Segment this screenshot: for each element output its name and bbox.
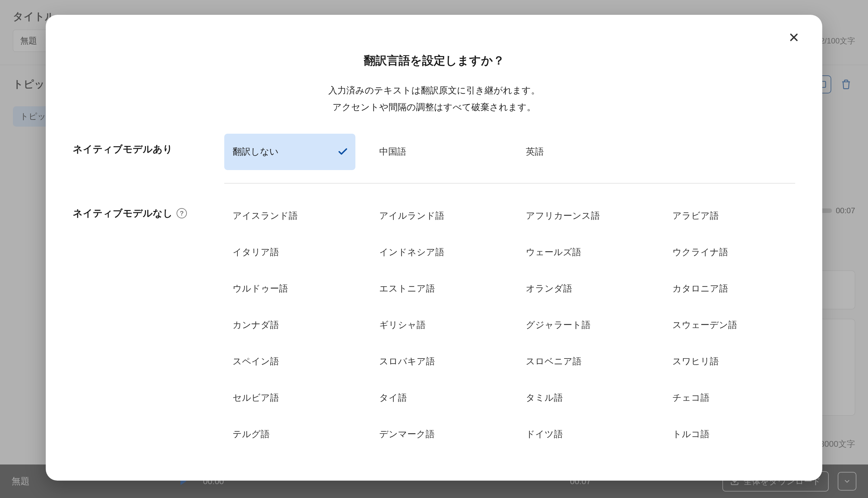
language-option[interactable]: トルコ語 [664, 416, 795, 453]
language-option[interactable]: グジャラート語 [517, 307, 648, 343]
language-option[interactable]: セルビア語 [224, 380, 355, 416]
language-option-label: エストニア語 [379, 283, 435, 295]
language-option[interactable]: ウクライナ語 [664, 234, 795, 271]
language-option[interactable]: ドイツ語 [517, 416, 648, 453]
language-option[interactable]: テルグ語 [224, 416, 355, 453]
language-option-label: トルコ語 [672, 428, 709, 440]
language-option[interactable]: スウェーデン語 [664, 307, 795, 343]
modal-description: 入力済みのテキストは翻訳原文に引き継がれます。 アクセントや間隔の調整はすべて破… [73, 82, 795, 116]
language-option[interactable]: 英語 [517, 134, 648, 170]
language-option-label: ウルドゥー語 [233, 283, 288, 295]
close-button[interactable] [785, 28, 803, 47]
language-option-label: ウェールズ語 [526, 246, 581, 258]
language-option[interactable]: カンナダ語 [224, 307, 355, 343]
language-option-label: スウェーデン語 [672, 319, 737, 331]
language-option-label: タイ語 [379, 392, 407, 404]
language-option-label: インドネシア語 [379, 246, 444, 258]
language-option-label: グジャラート語 [526, 319, 591, 331]
modal-description-line-2: アクセントや間隔の調整はすべて破棄されます。 [73, 99, 795, 116]
language-option-label: スワヒリ語 [672, 355, 719, 368]
language-option-label: チェコ語 [672, 392, 709, 404]
language-option-label: 英語 [526, 146, 544, 158]
non-native-model-label-text: ネイティブモデルなし [73, 207, 173, 220]
language-option-label: イタリア語 [233, 246, 279, 258]
language-option[interactable]: タイ語 [371, 380, 502, 416]
non-native-model-label: ネイティブモデルなし ? [73, 198, 224, 220]
language-option[interactable]: アフリカーンス語 [517, 198, 648, 234]
language-option[interactable]: オランダ語 [517, 271, 648, 307]
translate-language-modal: 翻訳言語を設定しますか？ 入力済みのテキストは翻訳原文に引き継がれます。 アクセ… [46, 15, 822, 481]
language-option-label: 中国語 [379, 146, 406, 158]
language-option[interactable]: ウェールズ語 [517, 234, 648, 271]
language-option[interactable]: 翻訳しない [224, 134, 355, 170]
language-option[interactable]: タミル語 [517, 380, 648, 416]
language-option[interactable]: ウルドゥー語 [224, 271, 355, 307]
language-option-label: タミル語 [526, 392, 563, 404]
close-icon [788, 31, 800, 43]
language-option-label: セルビア語 [233, 392, 279, 404]
native-model-section: ネイティブモデルあり 翻訳しない中国語英語 [73, 134, 795, 198]
language-option-label: スロバキア語 [379, 355, 435, 368]
language-option-label: デンマーク語 [379, 428, 435, 440]
language-option-label: オランダ語 [526, 283, 572, 295]
language-option-label: 翻訳しない [233, 146, 279, 158]
language-option[interactable]: スロバキア語 [371, 343, 502, 380]
help-icon[interactable]: ? [176, 208, 187, 219]
language-option[interactable]: エストニア語 [371, 271, 502, 307]
language-option-label: スペイン語 [233, 355, 279, 368]
language-option[interactable]: スワヒリ語 [664, 343, 795, 380]
language-option-label: ギリシャ語 [379, 319, 426, 331]
native-model-label: ネイティブモデルあり [73, 134, 224, 156]
language-option-label: スロベニア語 [526, 355, 581, 368]
check-icon [337, 146, 348, 157]
language-option-label: アイルランド語 [379, 210, 444, 222]
language-option-label: ドイツ語 [526, 428, 563, 440]
language-option-label: カタロニア語 [672, 283, 728, 295]
language-option[interactable]: スペイン語 [224, 343, 355, 380]
language-option-label: テルグ語 [233, 428, 270, 440]
language-option-label: アイスランド語 [233, 210, 298, 222]
language-option[interactable]: デンマーク語 [371, 416, 502, 453]
language-option[interactable]: 中国語 [371, 134, 502, 170]
language-option-label: アラビア語 [672, 210, 719, 222]
language-option[interactable]: チェコ語 [664, 380, 795, 416]
language-option-label: ウクライナ語 [672, 246, 728, 258]
non-native-model-section: ネイティブモデルなし ? アイスランド語アイルランド語アフリカーンス語アラビア語… [73, 198, 795, 453]
language-option[interactable]: カタロニア語 [664, 271, 795, 307]
language-option[interactable]: アイルランド語 [371, 198, 502, 234]
language-option[interactable]: アイスランド語 [224, 198, 355, 234]
language-option[interactable]: スロベニア語 [517, 343, 648, 380]
language-option-label: カンナダ語 [233, 319, 279, 331]
language-option[interactable]: インドネシア語 [371, 234, 502, 271]
modal-description-line-1: 入力済みのテキストは翻訳原文に引き継がれます。 [73, 82, 795, 99]
language-option[interactable]: アラビア語 [664, 198, 795, 234]
language-option-label: アフリカーンス語 [526, 210, 600, 222]
language-option[interactable]: ギリシャ語 [371, 307, 502, 343]
language-option[interactable]: イタリア語 [224, 234, 355, 271]
modal-title: 翻訳言語を設定しますか？ [73, 53, 795, 69]
